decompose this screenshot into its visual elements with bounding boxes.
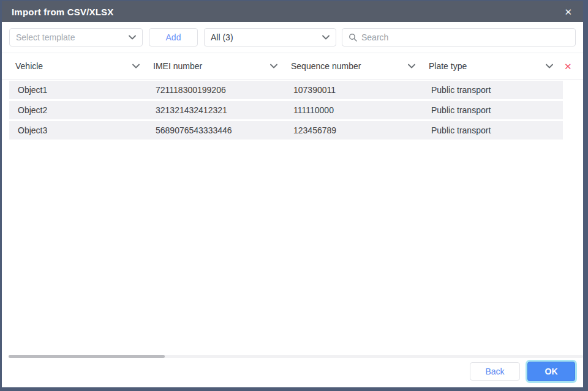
column-label: Plate type — [429, 61, 546, 71]
ok-button[interactable]: OK — [527, 362, 575, 381]
cell-vehicle: Object1 — [9, 85, 147, 95]
close-icon[interactable]: ✕ — [563, 5, 573, 19]
chevron-down-icon — [129, 35, 136, 40]
cell-sequence: 107390011 — [285, 85, 423, 95]
ok-button-label: OK — [545, 367, 558, 376]
cell-imei: 721118300199206 — [147, 85, 285, 95]
back-button-label: Back — [485, 367, 504, 376]
column-header-sequence[interactable]: Sequence number — [285, 61, 423, 71]
column-label: Vehicle — [15, 61, 132, 71]
remove-columns-cell: ✕ — [560, 62, 583, 71]
column-label: Sequence number — [291, 61, 408, 71]
table-body: Object1 721118300199206 107390011 Public… — [2, 80, 583, 358]
cell-imei: 321321432412321 — [147, 105, 285, 115]
import-dialog: Import from CSV/XLSX ✕ Select template A… — [2, 1, 583, 387]
search-icon — [349, 33, 357, 42]
table-row[interactable]: Object1 721118300199206 107390011 Public… — [9, 81, 563, 99]
cell-plate-type: Public transport — [423, 105, 560, 115]
chevron-down-icon[interactable] — [546, 64, 553, 69]
cell-plate-type: Public transport — [423, 85, 560, 95]
cell-imei: 5689076543333446 — [147, 125, 285, 135]
cell-sequence: 123456789 — [285, 125, 423, 135]
chevron-down-icon[interactable] — [408, 64, 415, 69]
toolbar: Select template Add All (3) Search — [2, 22, 583, 53]
search-input[interactable]: Search — [342, 28, 576, 47]
horizontal-scrollbar[interactable] — [9, 355, 583, 358]
chevron-down-icon — [322, 35, 330, 40]
cell-vehicle: Object2 — [9, 105, 147, 115]
remove-columns-icon[interactable]: ✕ — [564, 62, 572, 71]
table-row[interactable]: Object3 5689076543333446 123456789 Publi… — [9, 121, 563, 140]
scrollbar-thumb[interactable] — [9, 355, 165, 358]
table-header: Vehicle IMEI number Sequence number Plat… — [2, 53, 583, 80]
template-select-placeholder: Select template — [16, 32, 129, 42]
column-header-imei[interactable]: IMEI number — [147, 61, 285, 71]
template-select[interactable]: Select template — [9, 28, 143, 47]
add-button[interactable]: Add — [149, 28, 198, 47]
chevron-down-icon[interactable] — [132, 64, 140, 69]
dialog-titlebar: Import from CSV/XLSX ✕ — [2, 1, 583, 22]
chevron-down-icon[interactable] — [270, 64, 277, 69]
dialog-footer: Back OK — [2, 358, 583, 387]
cell-plate-type: Public transport — [423, 125, 560, 135]
column-header-plate-type[interactable]: Plate type — [423, 61, 560, 71]
filter-select-value: All (3) — [211, 32, 322, 42]
column-label: IMEI number — [153, 61, 270, 71]
add-button-label: Add — [166, 32, 181, 42]
table-row[interactable]: Object2 321321432412321 111110000 Public… — [9, 101, 563, 119]
dialog-title: Import from CSV/XLSX — [12, 7, 114, 17]
cell-sequence: 111110000 — [285, 105, 423, 115]
back-button[interactable]: Back — [470, 362, 520, 381]
search-placeholder: Search — [361, 32, 388, 42]
cell-vehicle: Object3 — [9, 125, 147, 135]
column-header-vehicle[interactable]: Vehicle — [9, 61, 147, 71]
filter-select[interactable]: All (3) — [204, 28, 336, 47]
